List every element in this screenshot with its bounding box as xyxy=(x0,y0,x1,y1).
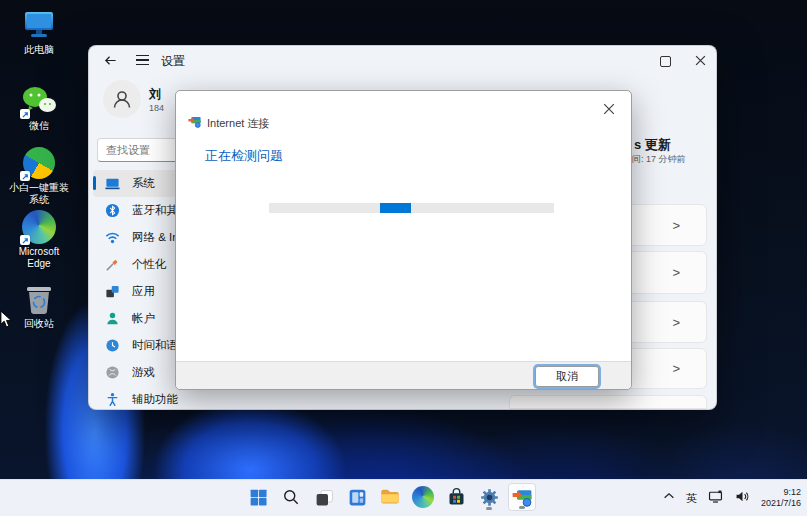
troubleshooter-icon xyxy=(512,487,532,507)
maximize-button[interactable] xyxy=(660,56,671,67)
network-icon xyxy=(707,488,724,505)
running-indicator xyxy=(486,507,492,510)
edge-icon xyxy=(412,486,434,508)
shortcut-arrow-icon xyxy=(20,171,30,181)
progress-bar xyxy=(269,203,554,213)
dialog-title: Internet 连接 xyxy=(207,116,269,131)
ime-indicator[interactable]: 英 xyxy=(686,491,697,506)
sidebar-item-accessibility[interactable]: 辅助功能 xyxy=(93,386,253,413)
network-tray-button[interactable] xyxy=(707,488,724,509)
desktop-icon-edge[interactable]: MicrosoftEdge xyxy=(6,210,72,270)
maximize-icon xyxy=(660,56,671,67)
cancel-button[interactable]: 取消 xyxy=(535,366,599,387)
progress-bar-chunk xyxy=(380,203,411,213)
chevron-right-icon: > xyxy=(672,218,680,233)
apps-icon xyxy=(105,284,120,299)
search-placeholder: 查找设置 xyxy=(106,143,150,158)
chevron-right-icon: > xyxy=(672,265,680,280)
tray-chevron-button[interactable] xyxy=(662,489,676,507)
hamburger-icon xyxy=(136,55,149,66)
chevron-right-icon: > xyxy=(672,315,680,330)
this-pc-icon xyxy=(21,8,57,42)
selected-indicator xyxy=(93,176,96,190)
search-icon xyxy=(281,487,301,507)
chevron-right-icon: > xyxy=(672,361,680,376)
close-icon xyxy=(695,55,706,66)
search-button[interactable] xyxy=(277,483,305,511)
start-button[interactable] xyxy=(244,483,272,511)
close-icon xyxy=(603,103,615,115)
shortcut-arrow-icon xyxy=(20,235,30,245)
avatar xyxy=(103,80,141,118)
back-arrow-icon xyxy=(103,53,118,68)
troubleshooter-dialog: Internet 连接 正在检测问题 取消 xyxy=(175,90,632,390)
task-view-button[interactable] xyxy=(310,483,338,511)
system-icon xyxy=(105,176,120,191)
running-indicator xyxy=(519,506,525,509)
wechat-icon xyxy=(21,84,57,118)
nav-menu-button[interactable] xyxy=(133,51,151,69)
xiaobai-reinstall-icon xyxy=(21,146,57,180)
file-explorer-button[interactable] xyxy=(376,483,404,511)
tray-date: 2021/7/16 xyxy=(761,498,801,508)
desktop-icon-label: 此电脑 xyxy=(24,44,54,56)
clock-icon xyxy=(105,338,120,353)
accessibility-icon xyxy=(105,392,120,407)
desktop-icon-this-pc[interactable]: 此电脑 xyxy=(6,8,72,56)
desktop: 此电脑 微信 小白一键重装系统 MicrosoftEdge 回收站 xyxy=(0,0,807,516)
shortcut-arrow-icon xyxy=(20,109,30,119)
dialog-footer: 取消 xyxy=(176,361,631,389)
troubleshooter-icon xyxy=(188,114,201,132)
dialog-close-button[interactable] xyxy=(599,99,619,119)
xbox-icon xyxy=(105,365,120,380)
gear-icon xyxy=(479,487,500,508)
settings-app-button[interactable] xyxy=(475,483,503,511)
close-button[interactable] xyxy=(695,52,706,70)
recycle-bin-icon xyxy=(21,282,57,316)
window-title: 设置 xyxy=(161,53,185,70)
widgets-button[interactable] xyxy=(343,483,371,511)
account-phone: 184 xyxy=(149,103,164,113)
person-icon xyxy=(110,87,134,111)
store-icon xyxy=(446,487,467,508)
volume-tray-button[interactable] xyxy=(734,488,751,509)
widgets-icon xyxy=(347,487,368,508)
last-checked-fragment: 时间: 17 分钟前 xyxy=(623,153,686,166)
mouse-cursor xyxy=(0,310,13,333)
dialog-status-text: 正在检测问题 xyxy=(205,147,283,165)
tray-time: 9:12 xyxy=(783,487,801,497)
edge-button[interactable] xyxy=(409,483,437,511)
edge-icon xyxy=(21,210,57,244)
desktop-icon-label: 回收站 xyxy=(24,318,54,330)
accounts-icon xyxy=(105,311,120,326)
chevron-up-icon xyxy=(662,489,676,503)
folder-icon xyxy=(379,486,401,508)
settings-titlebar: 设置 xyxy=(89,46,716,72)
desktop-icon-wechat[interactable]: 微信 xyxy=(6,84,72,132)
desktop-icon-label: 小白一键重装系统 xyxy=(9,182,69,206)
brush-icon xyxy=(105,257,120,272)
store-button[interactable] xyxy=(442,483,470,511)
windows-update-heading-fragment: s 更新 xyxy=(634,136,671,154)
taskbar: 英 9:12 2021/7/16 xyxy=(0,479,807,516)
speaker-icon xyxy=(734,488,751,505)
windows-logo-icon xyxy=(248,487,269,508)
desktop-icon-recycle-bin[interactable]: 回收站 xyxy=(6,282,72,330)
desktop-icon-xiaobai[interactable]: 小白一键重装系统 xyxy=(6,146,72,206)
wifi-icon xyxy=(105,230,120,245)
clock[interactable]: 9:12 2021/7/16 xyxy=(761,487,801,509)
account-name: 刘 xyxy=(149,86,161,103)
troubleshooter-app-button[interactable] xyxy=(508,483,536,511)
desktop-icon-label: 微信 xyxy=(29,120,49,132)
bluetooth-icon xyxy=(105,203,120,218)
task-view-icon xyxy=(314,487,335,508)
desktop-icon-label: MicrosoftEdge xyxy=(19,246,60,270)
back-button[interactable] xyxy=(101,51,119,69)
settings-card[interactable] xyxy=(509,395,707,409)
